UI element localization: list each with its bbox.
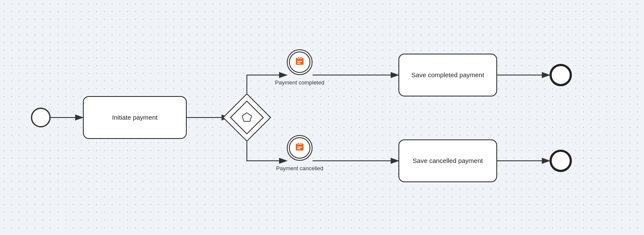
svg-rect-15 [298,143,299,145]
end-event-completed [550,64,572,86]
payment-completed-label: Payment completed [274,79,325,87]
gateway-node[interactable] [230,100,264,135]
svg-rect-17 [297,147,302,148]
completed-event-icon [294,56,305,67]
bpmn-diagram: Initiate payment [0,0,644,235]
payment-completed-event[interactable] [287,49,313,75]
cancelled-event-icon [294,142,305,153]
svg-rect-10 [298,57,299,59]
payment-cancelled-label: Payment cancelled [274,165,325,172]
svg-rect-12 [297,61,302,62]
svg-rect-16 [300,143,302,145]
save-cancelled-payment-task[interactable]: Save cancelled payment [398,139,497,182]
svg-marker-8 [242,113,252,121]
svg-rect-13 [297,63,301,63]
svg-rect-18 [297,148,301,149]
save-completed-payment-task[interactable]: Save completed payment [398,54,497,96]
end-event-cancelled [550,150,572,172]
svg-rect-11 [300,57,302,59]
initiate-payment-task[interactable]: Initiate payment [83,96,187,139]
start-event [31,108,51,127]
pentagon-icon [241,111,253,124]
payment-cancelled-event[interactable] [287,135,313,161]
